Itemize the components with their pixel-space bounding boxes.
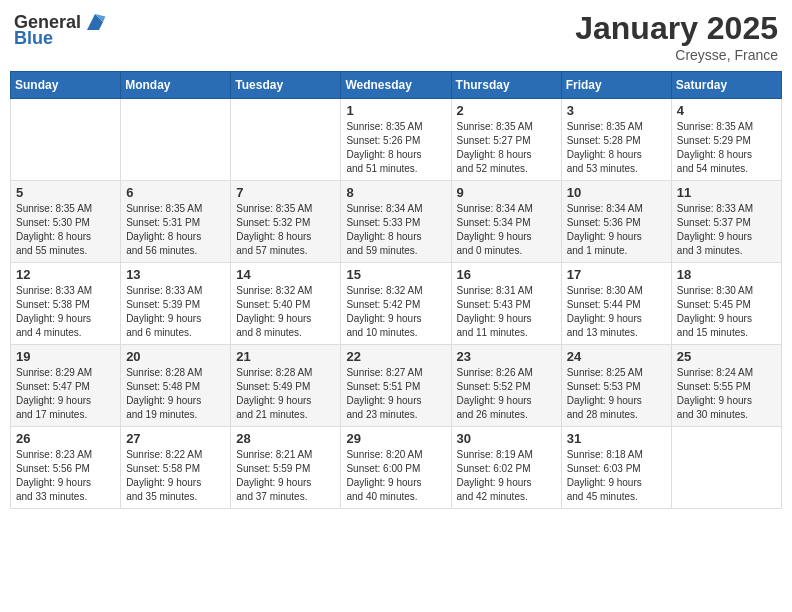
week-row-5: 26Sunrise: 8:23 AM Sunset: 5:56 PM Dayli… bbox=[11, 427, 782, 509]
calendar-cell: 8Sunrise: 8:34 AM Sunset: 5:33 PM Daylig… bbox=[341, 181, 451, 263]
calendar-cell: 15Sunrise: 8:32 AM Sunset: 5:42 PM Dayli… bbox=[341, 263, 451, 345]
day-info: Sunrise: 8:33 AM Sunset: 5:38 PM Dayligh… bbox=[16, 284, 115, 340]
day-info: Sunrise: 8:35 AM Sunset: 5:32 PM Dayligh… bbox=[236, 202, 335, 258]
calendar-cell: 26Sunrise: 8:23 AM Sunset: 5:56 PM Dayli… bbox=[11, 427, 121, 509]
calendar-cell: 21Sunrise: 8:28 AM Sunset: 5:49 PM Dayli… bbox=[231, 345, 341, 427]
day-number: 1 bbox=[346, 103, 445, 118]
logo: General Blue bbox=[14, 10, 107, 49]
day-info: Sunrise: 8:30 AM Sunset: 5:45 PM Dayligh… bbox=[677, 284, 776, 340]
calendar-cell: 2Sunrise: 8:35 AM Sunset: 5:27 PM Daylig… bbox=[451, 99, 561, 181]
calendar-cell: 11Sunrise: 8:33 AM Sunset: 5:37 PM Dayli… bbox=[671, 181, 781, 263]
week-row-3: 12Sunrise: 8:33 AM Sunset: 5:38 PM Dayli… bbox=[11, 263, 782, 345]
week-row-4: 19Sunrise: 8:29 AM Sunset: 5:47 PM Dayli… bbox=[11, 345, 782, 427]
calendar-cell: 19Sunrise: 8:29 AM Sunset: 5:47 PM Dayli… bbox=[11, 345, 121, 427]
calendar-cell bbox=[231, 99, 341, 181]
day-info: Sunrise: 8:21 AM Sunset: 5:59 PM Dayligh… bbox=[236, 448, 335, 504]
day-info: Sunrise: 8:22 AM Sunset: 5:58 PM Dayligh… bbox=[126, 448, 225, 504]
day-info: Sunrise: 8:18 AM Sunset: 6:03 PM Dayligh… bbox=[567, 448, 666, 504]
day-info: Sunrise: 8:25 AM Sunset: 5:53 PM Dayligh… bbox=[567, 366, 666, 422]
calendar-cell: 14Sunrise: 8:32 AM Sunset: 5:40 PM Dayli… bbox=[231, 263, 341, 345]
day-number: 24 bbox=[567, 349, 666, 364]
calendar-cell: 20Sunrise: 8:28 AM Sunset: 5:48 PM Dayli… bbox=[121, 345, 231, 427]
calendar-cell bbox=[11, 99, 121, 181]
calendar-cell: 17Sunrise: 8:30 AM Sunset: 5:44 PM Dayli… bbox=[561, 263, 671, 345]
day-number: 5 bbox=[16, 185, 115, 200]
calendar-cell: 10Sunrise: 8:34 AM Sunset: 5:36 PM Dayli… bbox=[561, 181, 671, 263]
day-number: 8 bbox=[346, 185, 445, 200]
calendar-cell: 24Sunrise: 8:25 AM Sunset: 5:53 PM Dayli… bbox=[561, 345, 671, 427]
week-row-1: 1Sunrise: 8:35 AM Sunset: 5:26 PM Daylig… bbox=[11, 99, 782, 181]
day-info: Sunrise: 8:23 AM Sunset: 5:56 PM Dayligh… bbox=[16, 448, 115, 504]
calendar-cell: 25Sunrise: 8:24 AM Sunset: 5:55 PM Dayli… bbox=[671, 345, 781, 427]
page-header: General Blue January 2025 Creysse, Franc… bbox=[10, 10, 782, 63]
calendar-cell bbox=[121, 99, 231, 181]
day-info: Sunrise: 8:24 AM Sunset: 5:55 PM Dayligh… bbox=[677, 366, 776, 422]
calendar-cell: 29Sunrise: 8:20 AM Sunset: 6:00 PM Dayli… bbox=[341, 427, 451, 509]
day-number: 23 bbox=[457, 349, 556, 364]
calendar-cell bbox=[671, 427, 781, 509]
day-number: 26 bbox=[16, 431, 115, 446]
day-info: Sunrise: 8:19 AM Sunset: 6:02 PM Dayligh… bbox=[457, 448, 556, 504]
day-number: 19 bbox=[16, 349, 115, 364]
day-info: Sunrise: 8:35 AM Sunset: 5:29 PM Dayligh… bbox=[677, 120, 776, 176]
day-number: 28 bbox=[236, 431, 335, 446]
calendar-cell: 5Sunrise: 8:35 AM Sunset: 5:30 PM Daylig… bbox=[11, 181, 121, 263]
day-info: Sunrise: 8:35 AM Sunset: 5:30 PM Dayligh… bbox=[16, 202, 115, 258]
day-number: 16 bbox=[457, 267, 556, 282]
day-number: 3 bbox=[567, 103, 666, 118]
day-info: Sunrise: 8:31 AM Sunset: 5:43 PM Dayligh… bbox=[457, 284, 556, 340]
day-info: Sunrise: 8:30 AM Sunset: 5:44 PM Dayligh… bbox=[567, 284, 666, 340]
day-number: 27 bbox=[126, 431, 225, 446]
day-number: 14 bbox=[236, 267, 335, 282]
day-number: 9 bbox=[457, 185, 556, 200]
day-number: 10 bbox=[567, 185, 666, 200]
day-number: 25 bbox=[677, 349, 776, 364]
day-number: 22 bbox=[346, 349, 445, 364]
day-info: Sunrise: 8:26 AM Sunset: 5:52 PM Dayligh… bbox=[457, 366, 556, 422]
day-info: Sunrise: 8:28 AM Sunset: 5:49 PM Dayligh… bbox=[236, 366, 335, 422]
calendar-cell: 30Sunrise: 8:19 AM Sunset: 6:02 PM Dayli… bbox=[451, 427, 561, 509]
location: Creysse, France bbox=[575, 47, 778, 63]
day-number: 29 bbox=[346, 431, 445, 446]
weekday-header-friday: Friday bbox=[561, 72, 671, 99]
weekday-header-tuesday: Tuesday bbox=[231, 72, 341, 99]
day-number: 7 bbox=[236, 185, 335, 200]
day-info: Sunrise: 8:32 AM Sunset: 5:40 PM Dayligh… bbox=[236, 284, 335, 340]
day-info: Sunrise: 8:34 AM Sunset: 5:36 PM Dayligh… bbox=[567, 202, 666, 258]
calendar-cell: 27Sunrise: 8:22 AM Sunset: 5:58 PM Dayli… bbox=[121, 427, 231, 509]
calendar-cell: 23Sunrise: 8:26 AM Sunset: 5:52 PM Dayli… bbox=[451, 345, 561, 427]
weekday-header-thursday: Thursday bbox=[451, 72, 561, 99]
day-info: Sunrise: 8:34 AM Sunset: 5:33 PM Dayligh… bbox=[346, 202, 445, 258]
logo-blue: Blue bbox=[14, 28, 53, 49]
week-row-2: 5Sunrise: 8:35 AM Sunset: 5:30 PM Daylig… bbox=[11, 181, 782, 263]
day-number: 11 bbox=[677, 185, 776, 200]
calendar-cell: 12Sunrise: 8:33 AM Sunset: 5:38 PM Dayli… bbox=[11, 263, 121, 345]
calendar-cell: 31Sunrise: 8:18 AM Sunset: 6:03 PM Dayli… bbox=[561, 427, 671, 509]
calendar-cell: 3Sunrise: 8:35 AM Sunset: 5:28 PM Daylig… bbox=[561, 99, 671, 181]
calendar-cell: 6Sunrise: 8:35 AM Sunset: 5:31 PM Daylig… bbox=[121, 181, 231, 263]
calendar-table: SundayMondayTuesdayWednesdayThursdayFrid… bbox=[10, 71, 782, 509]
day-number: 15 bbox=[346, 267, 445, 282]
weekday-header-saturday: Saturday bbox=[671, 72, 781, 99]
day-number: 12 bbox=[16, 267, 115, 282]
day-number: 6 bbox=[126, 185, 225, 200]
month-title: January 2025 bbox=[575, 10, 778, 47]
logo-icon bbox=[83, 10, 107, 34]
day-info: Sunrise: 8:20 AM Sunset: 6:00 PM Dayligh… bbox=[346, 448, 445, 504]
calendar-cell: 22Sunrise: 8:27 AM Sunset: 5:51 PM Dayli… bbox=[341, 345, 451, 427]
calendar-cell: 4Sunrise: 8:35 AM Sunset: 5:29 PM Daylig… bbox=[671, 99, 781, 181]
weekday-header-monday: Monday bbox=[121, 72, 231, 99]
day-info: Sunrise: 8:35 AM Sunset: 5:26 PM Dayligh… bbox=[346, 120, 445, 176]
calendar-cell: 28Sunrise: 8:21 AM Sunset: 5:59 PM Dayli… bbox=[231, 427, 341, 509]
day-number: 18 bbox=[677, 267, 776, 282]
calendar-cell: 9Sunrise: 8:34 AM Sunset: 5:34 PM Daylig… bbox=[451, 181, 561, 263]
day-number: 17 bbox=[567, 267, 666, 282]
calendar-cell: 13Sunrise: 8:33 AM Sunset: 5:39 PM Dayli… bbox=[121, 263, 231, 345]
day-info: Sunrise: 8:33 AM Sunset: 5:37 PM Dayligh… bbox=[677, 202, 776, 258]
title-block: January 2025 Creysse, France bbox=[575, 10, 778, 63]
day-info: Sunrise: 8:35 AM Sunset: 5:27 PM Dayligh… bbox=[457, 120, 556, 176]
weekday-header-row: SundayMondayTuesdayWednesdayThursdayFrid… bbox=[11, 72, 782, 99]
day-number: 4 bbox=[677, 103, 776, 118]
calendar-cell: 1Sunrise: 8:35 AM Sunset: 5:26 PM Daylig… bbox=[341, 99, 451, 181]
day-info: Sunrise: 8:33 AM Sunset: 5:39 PM Dayligh… bbox=[126, 284, 225, 340]
